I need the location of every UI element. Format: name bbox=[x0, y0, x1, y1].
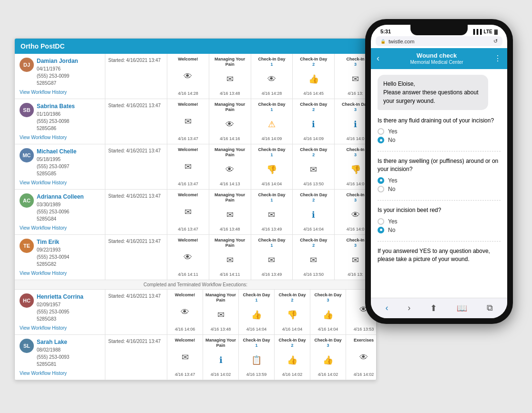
step-number: 2 bbox=[312, 152, 315, 157]
step-number: 3 bbox=[354, 62, 357, 67]
radio-option[interactable]: No bbox=[378, 227, 501, 233]
patient-name[interactable]: Damian Jordan bbox=[37, 58, 78, 64]
step-time: 4/16 14:04 bbox=[282, 327, 303, 332]
avatar: HC bbox=[20, 293, 34, 308]
forward-nav-button[interactable]: › bbox=[404, 302, 414, 314]
step-col: Welcome! 👁 4/16 14:06 bbox=[167, 290, 203, 334]
step-label: Check-In Day2 bbox=[300, 147, 327, 158]
radio-option[interactable]: Yes bbox=[378, 218, 501, 225]
step-col: Check-In Day2 👍 4/16 14:02 bbox=[275, 335, 310, 380]
step-label: Welcome! bbox=[175, 338, 195, 343]
question-text: Is there any fluid draining out of your … bbox=[378, 117, 501, 125]
step-col: Managing Your Pain ✉ 4/16 14:11 bbox=[209, 235, 251, 280]
patient-name[interactable]: Adrianna Colleen bbox=[37, 193, 84, 200]
back-button[interactable]: ‹ bbox=[377, 53, 379, 63]
step-time: 4/16 13: bbox=[348, 91, 363, 96]
view-workflow-history-link[interactable]: View Workflow History bbox=[20, 90, 100, 95]
radio-option[interactable]: Yes bbox=[378, 128, 501, 135]
phone-notch bbox=[410, 25, 468, 35]
patient-info: DJ Damian Jordan 04/11/1976(555) 253-009… bbox=[15, 54, 105, 99]
started-col: Started: 4/16/2021 13:47 bbox=[105, 99, 167, 144]
radio-label: No bbox=[388, 137, 395, 143]
step-label: Check-In Day1 bbox=[258, 192, 285, 203]
step-number: 2 bbox=[312, 243, 315, 248]
step-col: Managing Your Pain ✉ 4/16 13:48 bbox=[209, 54, 251, 99]
step-col: Managing Your Pain ℹ 4/16 14:02 bbox=[203, 335, 239, 380]
radio-circle[interactable] bbox=[378, 128, 384, 135]
chat-bubble: Hello Eloise,Please answer these questio… bbox=[378, 75, 488, 110]
view-workflow-history-link[interactable]: View Workflow History bbox=[20, 325, 100, 331]
radio-circle[interactable] bbox=[378, 186, 384, 192]
questions-container: Is there any fluid draining out of your … bbox=[378, 117, 501, 242]
share-button[interactable]: ⬆ bbox=[426, 302, 441, 314]
step-time: 4/16 14:02 bbox=[354, 372, 374, 377]
patient-name[interactable]: Michael Chelle bbox=[37, 148, 76, 155]
table-row: HC Henrietta Corrina 02/09/1957(555) 253… bbox=[15, 290, 376, 335]
step-time: 4/16 14:0 bbox=[347, 227, 365, 232]
step-label: Welcome! bbox=[178, 238, 198, 243]
step-number: 3 bbox=[354, 107, 357, 112]
step-label: Managing Your Pain bbox=[211, 192, 249, 203]
step-col: Welcome! ✉ 4/16 13:47 bbox=[167, 144, 209, 189]
step-col: Check-In Day2 👍 4/16 14:45 bbox=[293, 54, 335, 99]
question-block: Is there any swelling (or puffiness) aro… bbox=[378, 157, 501, 201]
tabs-button[interactable]: ⧉ bbox=[483, 302, 497, 314]
view-workflow-history-link[interactable]: View Workflow History bbox=[20, 225, 100, 231]
back-nav-button[interactable]: ‹ bbox=[381, 302, 392, 314]
patient-meta: TE Tim Erik 09/22/1993(555) 253-00945285… bbox=[20, 239, 100, 268]
menu-button[interactable]: ⋮ bbox=[494, 54, 501, 63]
step-col: Check-In Day1 ✉ 4/16 13:49 bbox=[251, 235, 293, 280]
radio-option[interactable]: Yes bbox=[378, 177, 501, 184]
radio-option[interactable]: No bbox=[378, 137, 501, 143]
question-block: Is there any fluid draining out of your … bbox=[378, 117, 501, 152]
patient-name[interactable]: Sabrina Bates bbox=[37, 103, 75, 110]
step-number: 1 bbox=[255, 343, 257, 348]
step-col: Managing Your Pain 👁 4/16 14:16 bbox=[209, 99, 251, 144]
step-col: Exercises 👁 4/16 14:02 bbox=[346, 335, 377, 380]
radio-circle[interactable] bbox=[378, 137, 384, 143]
step-label: Welcome! bbox=[178, 147, 198, 152]
step-label: Check-In Day1 bbox=[258, 238, 285, 248]
step-number: 2 bbox=[291, 298, 293, 302]
nav-subtitle: Memorial Medical Center bbox=[383, 60, 490, 65]
nav-title-block: Wound check Memorial Medical Center bbox=[383, 52, 490, 65]
radio-circle[interactable] bbox=[378, 177, 384, 184]
view-workflow-history-link[interactable]: View Workflow History bbox=[20, 371, 100, 376]
radio-circle[interactable] bbox=[378, 218, 384, 225]
step-time: 4/16 13:47 bbox=[178, 136, 198, 141]
patient-details: 09/22/1993(555) 253-00945285G82 bbox=[37, 246, 69, 268]
phone-screen: 5:31 ▐▐▐ LTE ▓ 🔒 twistle.com ↺ ‹ Wound c… bbox=[371, 25, 507, 318]
patient-name[interactable]: Tim Erik bbox=[37, 239, 69, 245]
radio-circle[interactable] bbox=[378, 227, 384, 233]
patient-name[interactable]: Henrietta Corrina bbox=[37, 293, 83, 300]
radio-option[interactable]: No bbox=[378, 186, 501, 192]
step-col: Check-In Day1 ⚠ 4/16 14:09 bbox=[251, 99, 293, 144]
url-text: twistle.com bbox=[389, 39, 414, 44]
step-time: 4/16 14:13 bbox=[220, 181, 240, 186]
completed-patients-list: HC Henrietta Corrina 02/09/1957(555) 253… bbox=[15, 290, 376, 380]
patient-meta: SB Sabrina Bates 01/10/1986(555) 253-009… bbox=[20, 103, 100, 132]
view-workflow-history-link[interactable]: View Workflow History bbox=[20, 271, 100, 276]
step-time: 4/16 14:04 bbox=[246, 327, 267, 332]
step-number: 1 bbox=[270, 152, 273, 157]
patient-info: AC Adrianna Colleen 03/30/1989(555) 253-… bbox=[15, 190, 105, 234]
step-label: Check-In3 bbox=[347, 192, 365, 203]
patient-details: 03/30/1989(555) 253-00965285G84 bbox=[37, 201, 84, 222]
patient-name[interactable]: Sarah Lake bbox=[37, 339, 69, 345]
phone-time: 5:31 bbox=[380, 29, 391, 34]
view-workflow-history-link[interactable]: View Workflow History bbox=[20, 180, 100, 185]
step-time: 4/16 13:48 bbox=[220, 91, 240, 96]
step-number: 1 bbox=[270, 198, 273, 202]
bookmark-button[interactable]: 📖 bbox=[453, 302, 471, 314]
reload-icon[interactable]: ↺ bbox=[493, 38, 498, 44]
started-col: Started: 4/16/2021 13:47 bbox=[105, 290, 167, 334]
step-time: 4/16 13:49 bbox=[262, 272, 282, 277]
started-col: Started: 4/16/2021 13:47 bbox=[105, 235, 167, 280]
step-time: 4/16 13:47 bbox=[175, 372, 195, 377]
step-number: 3 bbox=[354, 198, 357, 202]
battery-icon: ▓ bbox=[494, 29, 498, 34]
view-workflow-history-link[interactable]: View Workflow History bbox=[20, 135, 100, 140]
patient-meta: DJ Damian Jordan 04/11/1976(555) 253-009… bbox=[20, 58, 100, 87]
address-bar[interactable]: 🔒 twistle.com ↺ bbox=[376, 36, 502, 46]
step-col: Managing Your Pain 👁 4/16 14:13 bbox=[209, 144, 251, 189]
